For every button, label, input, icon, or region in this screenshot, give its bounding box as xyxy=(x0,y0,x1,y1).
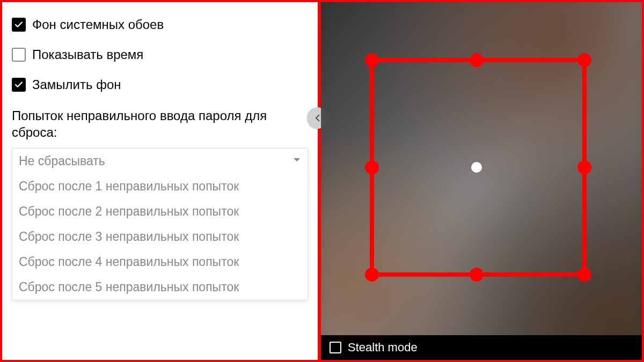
pattern-dot-0[interactable] xyxy=(365,53,379,67)
checkbox-row-blur: Замылить фон xyxy=(12,77,308,92)
pattern-area[interactable] xyxy=(321,2,642,335)
checkbox-wallpaper[interactable] xyxy=(12,18,26,32)
checkbox-row-wallpaper: Фон системных обоев xyxy=(12,17,308,32)
dropdown-option-2[interactable]: Сброс после 2 неправильных попыток xyxy=(12,199,308,224)
pattern-dot-5[interactable] xyxy=(577,160,591,174)
dropdown-option-0[interactable]: Не сбрасывать xyxy=(12,149,308,174)
dropdown-option-3[interactable]: Сброс после 3 неправильных попыток xyxy=(12,224,308,249)
check-icon xyxy=(14,80,24,90)
pattern-dot-2[interactable] xyxy=(577,53,591,67)
pattern-lock-panel: Stealth mode xyxy=(321,2,642,360)
stealth-label: Stealth mode xyxy=(348,341,418,354)
checkbox-label-blur: Замылить фон xyxy=(32,77,121,92)
bottom-bar: Stealth mode xyxy=(321,335,642,360)
pattern-dot-6[interactable] xyxy=(365,268,379,282)
pattern-dot-7[interactable] xyxy=(470,268,484,282)
pattern-dot-1[interactable] xyxy=(470,53,484,67)
checkbox-label-time: Показывать время xyxy=(32,47,143,62)
checkbox-row-time: Показывать время xyxy=(12,47,308,62)
check-icon xyxy=(14,20,24,29)
settings-panel: Фон системных обоев Показывать время Зам… xyxy=(2,2,318,360)
checkbox-time[interactable] xyxy=(12,48,26,62)
pattern-dot-4[interactable] xyxy=(471,162,482,173)
checkbox-label-wallpaper: Фон системных обоев xyxy=(32,17,164,32)
reset-attempts-label: Попыток неправильного ввода пароля для с… xyxy=(12,107,308,141)
pattern-lock-grid[interactable] xyxy=(321,2,642,335)
pattern-dot-3[interactable] xyxy=(365,160,379,174)
dropdown-option-4[interactable]: Сброс после 4 неправильных попыток xyxy=(12,249,308,275)
dropdown-option-5[interactable]: Сброс после 5 неправильных попыток xyxy=(12,275,308,300)
dropdown-option-1[interactable]: Сброс после 1 неправильных попыток xyxy=(12,174,308,199)
reset-dropdown[interactable]: Не сбрасывать Сброс после 1 неправильных… xyxy=(12,148,308,300)
checkbox-blur[interactable] xyxy=(12,78,26,92)
pattern-dot-8[interactable] xyxy=(577,268,591,282)
checkbox-stealth[interactable] xyxy=(330,342,341,353)
